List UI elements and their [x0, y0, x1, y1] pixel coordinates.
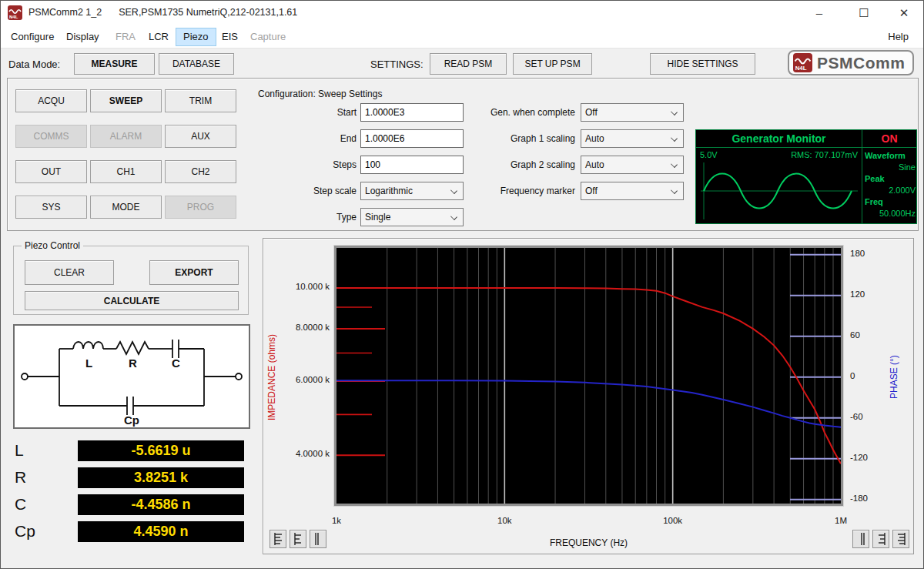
graph2-scaling-label: Graph 2 scaling — [473, 156, 575, 174]
menu-piezo[interactable]: Piezo — [176, 28, 216, 46]
measure-button[interactable]: MEASURE — [74, 53, 155, 75]
freq-value: 50.000Hz — [865, 208, 916, 219]
close-button[interactable]: ✕ — [886, 1, 922, 25]
axis-ticks-icon — [896, 533, 906, 545]
svg-text:N4L: N4L — [795, 65, 807, 72]
chevron-down-icon — [671, 161, 678, 168]
end-label: End — [258, 129, 357, 148]
waveform-value: Sine — [865, 162, 916, 173]
generator-monitor-title: Generator Monitor — [696, 130, 862, 148]
clear-button[interactable]: CLEAR — [25, 260, 114, 285]
gen-when-complete-label: Gen. when complete — [473, 103, 575, 122]
svg-text:C: C — [172, 356, 180, 370]
graph1-scaling-select[interactable]: Auto — [581, 129, 684, 148]
psm-acqu-button[interactable]: ACQU — [15, 89, 87, 112]
n4l-logo-icon: N4L — [793, 53, 812, 72]
axis-ticks-icon — [876, 533, 886, 545]
cp-value: 4.4590 n — [78, 521, 244, 542]
graph-axis-button-left-1[interactable] — [270, 530, 286, 548]
circuit-schematic-icon: L R C Cp — [15, 326, 249, 427]
title-bar: N4L PSMComm2 1_2SER,PSM1735 NumetriQ,212… — [1, 1, 923, 25]
type-value: Single — [365, 212, 390, 223]
phase-axis-label: PHASE (°) — [889, 323, 899, 431]
maximize-button[interactable]: ☐ — [846, 1, 882, 25]
graph-axis-button-right-1[interactable] — [852, 530, 869, 548]
graph-axis-button-right-2[interactable] — [872, 530, 889, 548]
phase-tick-label: -120 — [850, 453, 868, 462]
psm-aux-button[interactable]: AUX — [165, 125, 236, 148]
divider — [862, 130, 862, 223]
plot-area[interactable] — [334, 246, 843, 506]
start-label: Start — [258, 103, 357, 122]
psm-trim-button[interactable]: TRIM — [165, 89, 236, 112]
menu-lcr[interactable]: LCR — [142, 28, 176, 46]
psm-mode-button[interactable]: MODE — [90, 196, 162, 219]
step-scale-select[interactable]: Logarithmic — [360, 182, 464, 200]
setup-psm-button[interactable]: SET UP PSM — [513, 53, 592, 75]
calculate-button[interactable]: CALCULATE — [25, 291, 239, 310]
chevron-down-icon — [450, 187, 457, 194]
menu-capture: Capture — [243, 28, 293, 46]
graph2-scaling-value: Auto — [585, 159, 604, 170]
psm-ch1-button[interactable]: CH1 — [90, 160, 162, 183]
freq-label: Freq — [865, 196, 916, 208]
graph1-scaling-value: Auto — [585, 133, 604, 144]
graph2-scaling-select[interactable]: Auto — [581, 156, 684, 174]
phase-tick-label: 60 — [850, 330, 860, 340]
impedance-tick-label: 6.0000 k — [277, 375, 330, 384]
piezo-control-title: Piezo Control — [22, 240, 83, 251]
end-input[interactable] — [360, 129, 464, 148]
steps-input[interactable] — [360, 156, 464, 174]
generator-monitor-header: Generator Monitor ON — [696, 130, 916, 148]
frequency-marker-label: Frequency marker — [473, 182, 575, 200]
menu-configure[interactable]: Configure — [4, 28, 61, 46]
graph1-scaling-label: Graph 1 scaling — [473, 129, 575, 148]
type-label: Type — [258, 208, 357, 226]
read-psm-button[interactable]: READ PSM — [430, 53, 507, 75]
frequency-marker-value: Off — [585, 186, 598, 196]
start-input[interactable] — [360, 103, 464, 122]
window-title: PSMComm2 1_2SER,PSM1735 NumetriQ,212-021… — [28, 7, 297, 18]
logo-text: PSMComm — [817, 54, 905, 72]
cp-label: Cp — [15, 522, 35, 541]
psm-alarm-button: ALARM — [90, 125, 162, 148]
graph-axis-button-right-3[interactable] — [892, 530, 909, 548]
database-button[interactable]: DATABASE — [159, 53, 234, 75]
hide-settings-button[interactable]: HIDE SETTINGS — [650, 53, 755, 75]
psm-sweep-button[interactable]: SWEEP — [90, 89, 162, 112]
svg-text:L: L — [85, 356, 92, 370]
psm-out-button[interactable]: OUT — [15, 160, 87, 183]
axis-bars-icon — [856, 533, 866, 545]
menu-help[interactable]: Help — [881, 28, 916, 46]
generator-range: 5.0V — [700, 150, 718, 159]
generator-readouts: Waveform Sine Peak 2.000V Freq 50.000Hz — [865, 150, 916, 219]
impedance-tick-label: 8.0000 k — [277, 323, 330, 332]
generator-monitor: Generator Monitor ON 5.0V RMS: 707.107mV… — [695, 129, 917, 224]
generator-rms: RMS: 707.107mV — [758, 150, 858, 159]
l-label: L — [15, 441, 24, 460]
n4l-app-icon: N4L — [8, 5, 22, 20]
menu-eis[interactable]: EIS — [215, 28, 245, 46]
psm-sys-button[interactable]: SYS — [15, 196, 87, 219]
gen-when-complete-value: Off — [585, 107, 598, 118]
psmcomm-logo: N4L PSMComm — [788, 50, 914, 75]
step-scale-label: Step scale — [258, 182, 357, 200]
frequency-tick-label: 1k — [317, 516, 356, 525]
minimize-button[interactable]: – — [802, 1, 837, 25]
impedance-tick-label: 10.000 k — [277, 282, 330, 291]
psm-comms-button: COMMS — [15, 125, 87, 148]
menu-bar: Configure Display FRA LCR Piezo EIS Capt… — [1, 25, 923, 49]
psm-ch2-button[interactable]: CH2 — [165, 160, 236, 183]
c-label: C — [15, 495, 26, 514]
r-value: 3.8251 k — [78, 467, 244, 488]
menu-display[interactable]: Display — [59, 28, 106, 46]
type-select[interactable]: Single — [360, 208, 464, 226]
graph-axis-button-left-3[interactable] — [310, 530, 326, 548]
frequency-tick-label: 1M — [822, 516, 860, 525]
frequency-marker-select[interactable]: Off — [581, 182, 684, 200]
frequency-tick-label: 100k — [654, 516, 692, 525]
export-button[interactable]: EXPORT — [149, 260, 239, 285]
gen-when-complete-select[interactable]: Off — [581, 103, 684, 122]
svg-text:R: R — [129, 356, 137, 370]
graph-axis-button-left-2[interactable] — [290, 530, 306, 548]
